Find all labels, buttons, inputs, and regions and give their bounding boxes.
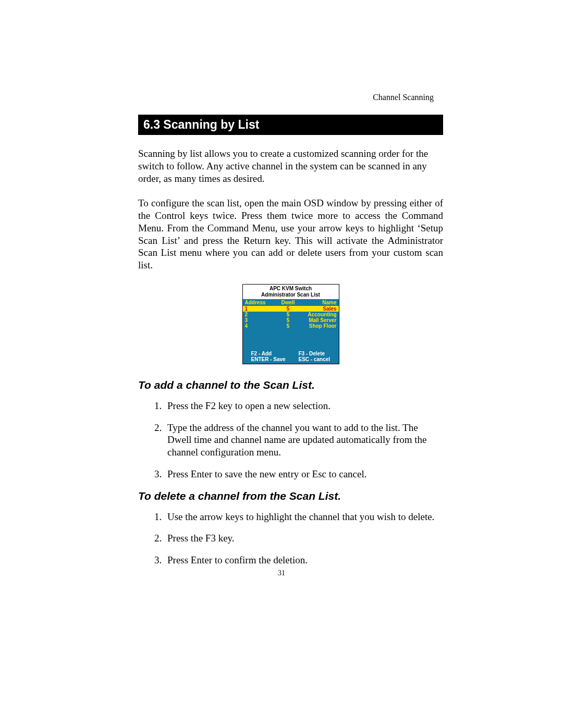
cell-name: Sales [301, 306, 337, 312]
cell-address: 2 [245, 312, 275, 317]
list-item: Press the F2 key to open a new selection… [164, 400, 443, 412]
table-row: 4 5 Shop Floor [243, 323, 339, 329]
cell-dwell: 5 [275, 306, 301, 312]
intro-paragraph: Scanning by list allows you to create a … [138, 147, 443, 184]
cell-name: Mail Server [301, 317, 337, 323]
delete-steps-list: Use the arrow keys to highlight the chan… [138, 511, 443, 566]
cell-address: 3 [245, 317, 275, 323]
page-number: 31 [0, 569, 563, 577]
table-row: 2 5 Accounting [243, 312, 339, 317]
col-dwell: Dwell [275, 300, 301, 305]
section-heading: 6.3 Scanning by List [138, 115, 443, 135]
osd-title-line2: Administrator Scan List [243, 292, 339, 298]
list-item: Press the F3 key. [164, 532, 443, 545]
cell-address: 4 [245, 323, 275, 329]
col-address: Address [245, 300, 275, 305]
list-item: Use the arrow keys to highlight the chan… [164, 511, 443, 523]
osd-hint-f2: F2 - Add [245, 351, 289, 356]
cell-dwell: 5 [275, 312, 301, 317]
osd-hint-enter: ENTER - Save [245, 356, 289, 362]
osd-spacer [243, 329, 339, 351]
cell-dwell: 5 [275, 323, 301, 329]
osd-titlebar: APC KVM Switch Administrator Scan List [243, 285, 339, 299]
cell-dwell: 5 [275, 317, 301, 323]
osd-footer: F2 - Add F3 - Delete ENTER - Save ESC - … [243, 351, 339, 364]
table-row: 1 5 Sales [243, 306, 339, 312]
list-item: Type the address of the channel you want… [164, 422, 443, 459]
col-name: Name [301, 300, 337, 305]
cell-name: Accounting [301, 312, 337, 317]
running-head: Channel Scanning [373, 93, 434, 102]
osd-window: APC KVM Switch Administrator Scan List A… [242, 284, 339, 364]
config-paragraph: To configure the scan list, open the mai… [138, 197, 443, 272]
add-section-heading: To add a channel to the Scan List. [138, 379, 443, 391]
add-steps-list: Press the F2 key to open a new selection… [138, 400, 443, 480]
osd-hint-f3: F3 - Delete [289, 351, 337, 356]
osd-content: Address Dwell Name 1 5 Sales 2 5 Account… [243, 299, 339, 364]
cell-address: 1 [245, 306, 275, 312]
list-item: Press Enter to save the new entry or Esc… [164, 468, 443, 480]
osd-figure: APC KVM Switch Administrator Scan List A… [138, 284, 443, 364]
cell-name: Shop Floor [301, 323, 337, 329]
osd-title-line1: APC KVM Switch [243, 286, 339, 292]
delete-section-heading: To delete a channel from the Scan List. [138, 490, 443, 502]
table-row: 3 5 Mail Server [243, 317, 339, 323]
document-page: Channel Scanning 6.3 Scanning by List Sc… [0, 0, 563, 728]
list-item: Press Enter to confirm the deletion. [164, 554, 443, 566]
osd-column-headers: Address Dwell Name [243, 299, 339, 306]
osd-hint-esc: ESC - cancel [289, 356, 337, 362]
